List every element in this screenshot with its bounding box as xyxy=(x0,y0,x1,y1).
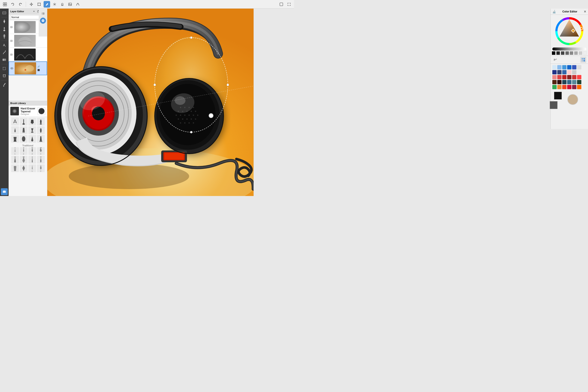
svg-point-115 xyxy=(180,122,181,124)
brush-item[interactable] xyxy=(37,126,45,134)
redo-button[interactable] xyxy=(17,1,24,8)
brush-item[interactable] xyxy=(20,126,28,134)
brush-item-trad[interactable]: 1 xyxy=(28,164,36,172)
brush-item-trad[interactable]: 2 xyxy=(20,147,28,155)
undo-button[interactable] xyxy=(10,1,16,8)
brush-item[interactable] xyxy=(28,126,36,134)
layer-thumbnail-active xyxy=(14,62,36,74)
brush-item[interactable] xyxy=(11,118,19,126)
svg-point-98 xyxy=(193,107,194,108)
layer-visibility-toggle[interactable] xyxy=(10,39,13,43)
layer-item-active[interactable]: 🔗 ⬛ xyxy=(8,62,47,75)
tool-brush[interactable] xyxy=(1,26,8,32)
brush-row xyxy=(10,126,46,134)
draw-button[interactable] xyxy=(44,1,50,8)
svg-rect-41 xyxy=(3,190,5,192)
svg-point-104 xyxy=(176,114,177,116)
trad-brush-row: 1 2 3 4 xyxy=(10,147,46,155)
svg-rect-7 xyxy=(38,3,38,4)
maximize-button[interactable] xyxy=(278,1,284,8)
brush-item-trad[interactable]: 4 xyxy=(37,147,45,155)
curve-button[interactable] xyxy=(74,1,81,8)
tool-keyboard[interactable] xyxy=(1,10,8,16)
tool-pen[interactable] xyxy=(1,18,8,25)
tool-fill[interactable] xyxy=(1,42,8,48)
tool-transform-2[interactable] xyxy=(1,72,8,79)
svg-point-129 xyxy=(190,131,192,133)
svg-point-114 xyxy=(195,118,196,120)
tool-select[interactable] xyxy=(1,65,8,72)
svg-point-113 xyxy=(191,118,192,120)
svg-point-102 xyxy=(191,111,192,112)
brush-item-trad[interactable] xyxy=(28,156,36,164)
brush-item-trad[interactable]: 2 xyxy=(37,164,45,172)
brush-item-trad[interactable] xyxy=(20,156,28,164)
svg-point-64 xyxy=(31,132,34,133)
svg-point-120 xyxy=(175,96,186,105)
svg-rect-22 xyxy=(2,12,6,14)
eraser-soft-button[interactable] xyxy=(40,10,46,16)
tool-active-layer[interactable] xyxy=(1,188,8,195)
svg-point-25 xyxy=(4,20,5,20)
brush-selected-info: Hard Eraser Tapered Designer xyxy=(21,107,37,116)
eraser-hard-button[interactable] xyxy=(40,18,46,24)
brush-item[interactable] xyxy=(28,135,36,143)
brush-item-trad[interactable] xyxy=(11,156,19,164)
svg-rect-39 xyxy=(3,86,4,86)
brush-item[interactable] xyxy=(20,135,28,143)
layer-visibility-toggle[interactable] xyxy=(10,25,13,29)
svg-rect-37 xyxy=(3,74,4,76)
stamp-button[interactable] xyxy=(59,1,66,8)
tool-eyedropper[interactable] xyxy=(1,81,8,88)
layer-mask-button[interactable]: ⬛ xyxy=(37,68,40,72)
brush-item[interactable] xyxy=(28,118,36,126)
svg-point-63 xyxy=(22,132,25,133)
svg-rect-71 xyxy=(40,147,42,148)
traditional-section-label: Traditional xyxy=(10,144,46,147)
svg-point-107 xyxy=(188,114,190,116)
svg-point-106 xyxy=(184,114,186,116)
brush-item-trad[interactable]: 1 xyxy=(11,147,19,155)
layer-visibility-toggle[interactable] xyxy=(10,66,14,70)
move-button[interactable] xyxy=(28,1,34,8)
layer-link-button[interactable]: 🔗 xyxy=(37,65,40,68)
svg-point-46 xyxy=(15,22,30,32)
brush-selected-icon xyxy=(10,107,19,116)
svg-rect-123 xyxy=(164,153,184,160)
tool-airbrush[interactable] xyxy=(1,33,8,40)
svg-point-58 xyxy=(13,110,16,112)
brush-item-trad[interactable] xyxy=(11,164,19,172)
brush-item-trad[interactable] xyxy=(20,164,28,172)
svg-point-116 xyxy=(184,122,186,124)
brush-item[interactable] xyxy=(37,135,45,143)
svg-point-49 xyxy=(18,37,32,46)
layer-thumbnail xyxy=(14,35,36,47)
brush-panel: Brush Library Hard Eraser Tapered Design… xyxy=(8,101,47,196)
brush-grid: Traditional 1 2 3 4 xyxy=(8,117,47,196)
brush-item[interactable] xyxy=(37,118,45,126)
tool-smudge[interactable] xyxy=(1,49,8,56)
symmetry-button[interactable] xyxy=(51,1,58,8)
svg-point-60 xyxy=(22,123,25,125)
fullscreen-button[interactable] xyxy=(286,1,292,8)
svg-point-110 xyxy=(178,118,179,120)
brush-item[interactable] xyxy=(11,126,19,134)
svg-point-94 xyxy=(160,84,216,145)
layer-item[interactable] xyxy=(8,48,47,62)
tool-eraser[interactable] xyxy=(1,56,8,63)
left-tools-panel xyxy=(0,8,8,196)
image-button[interactable] xyxy=(67,1,73,8)
layout-button[interactable] xyxy=(2,1,8,8)
brush-item[interactable] xyxy=(20,118,28,126)
layer-visibility-toggle[interactable] xyxy=(10,53,13,56)
brush-item-trad[interactable] xyxy=(37,156,45,164)
transform-button[interactable] xyxy=(36,1,42,8)
canvas-area[interactable] xyxy=(47,8,254,196)
svg-point-128 xyxy=(227,84,229,86)
brush-item-trad[interactable]: 3 xyxy=(28,147,36,155)
svg-point-111 xyxy=(182,118,183,120)
svg-rect-0 xyxy=(3,2,5,4)
brush-item[interactable] xyxy=(11,135,19,143)
svg-rect-26 xyxy=(4,27,5,30)
add-layer-button[interactable]: + xyxy=(32,10,36,13)
